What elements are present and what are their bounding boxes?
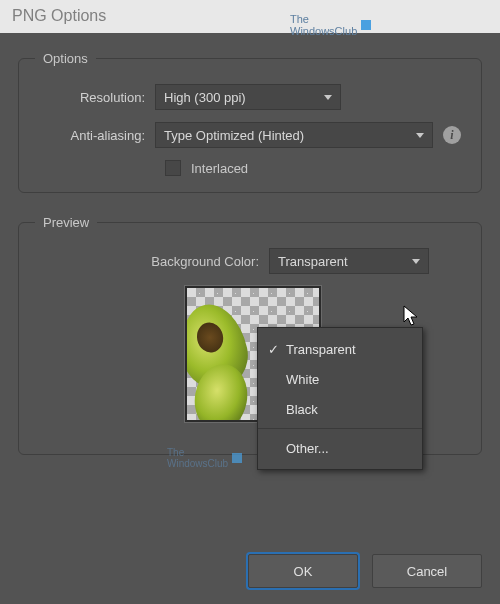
info-icon[interactable]: i (443, 126, 461, 144)
dropdown-item-label: Transparent (286, 342, 356, 357)
anti-aliasing-select-value: Type Optimized (Hinted) (164, 128, 304, 143)
interlaced-row: Interlaced (165, 160, 465, 176)
checkmark-icon: ✓ (268, 342, 286, 357)
dialog-titlebar: PNG Options (0, 0, 500, 33)
resolution-select-value: High (300 ppi) (164, 90, 246, 105)
dialog-content: Options Resolution: High (300 ppi) Anti-… (0, 33, 500, 489)
interlaced-label[interactable]: Interlaced (191, 161, 248, 176)
dropdown-item-black[interactable]: Black (258, 394, 422, 424)
dialog-title: PNG Options (12, 7, 106, 24)
button-bar: OK Cancel (248, 554, 482, 588)
preview-legend: Preview (35, 215, 97, 230)
options-group: Options Resolution: High (300 ppi) Anti-… (18, 51, 482, 193)
background-color-select-value: Transparent (278, 254, 348, 269)
dropdown-separator (258, 428, 422, 429)
background-color-row: Background Color: Transparent (35, 248, 465, 274)
dropdown-item-transparent[interactable]: ✓ Transparent (258, 334, 422, 364)
interlaced-checkbox[interactable] (165, 160, 181, 176)
dropdown-item-label: Other... (286, 441, 329, 456)
cancel-button[interactable]: Cancel (372, 554, 482, 588)
background-color-label: Background Color: (35, 254, 269, 269)
options-legend: Options (35, 51, 96, 66)
dropdown-item-label: White (286, 372, 319, 387)
resolution-select[interactable]: High (300 ppi) (155, 84, 341, 110)
chevron-down-icon (324, 95, 332, 100)
resolution-label: Resolution: (35, 90, 155, 105)
dropdown-item-white[interactable]: White (258, 364, 422, 394)
watermark: The WindowsClub (290, 13, 371, 37)
background-color-select[interactable]: Transparent (269, 248, 429, 274)
ok-button[interactable]: OK (248, 554, 358, 588)
chevron-down-icon (416, 133, 424, 138)
chevron-down-icon (412, 259, 420, 264)
dropdown-item-other[interactable]: Other... (258, 433, 422, 463)
dropdown-item-label: Black (286, 402, 318, 417)
background-color-dropdown: ✓ Transparent White Black Other... (257, 327, 423, 470)
resolution-row: Resolution: High (300 ppi) (35, 84, 465, 110)
watermark: The WindowsClub (167, 447, 242, 469)
anti-aliasing-label: Anti-aliasing: (35, 128, 155, 143)
anti-aliasing-row: Anti-aliasing: Type Optimized (Hinted) i (35, 122, 465, 148)
anti-aliasing-select[interactable]: Type Optimized (Hinted) (155, 122, 433, 148)
